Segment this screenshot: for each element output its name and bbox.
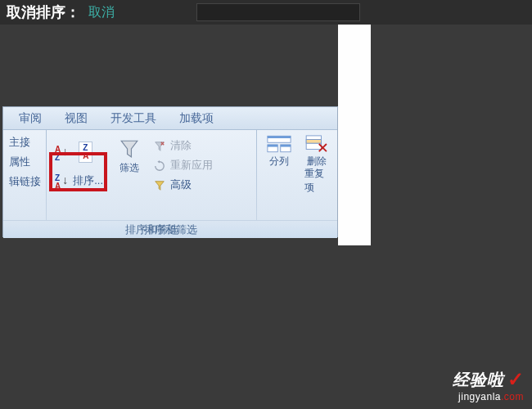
tab-addins[interactable]: 加载项 xyxy=(168,109,225,128)
watermark-brand: 经验啦 xyxy=(453,369,504,391)
tab-view[interactable]: 视图 xyxy=(53,109,99,128)
text-to-columns-label: 分列 xyxy=(269,155,289,169)
filter-label: 筛选 xyxy=(119,161,139,175)
sort-ascending-button[interactable]: A Z ↓ xyxy=(52,138,68,165)
advanced-filter-button[interactable]: 高级 xyxy=(151,176,215,194)
sort-descending-button[interactable]: Z A ↓ xyxy=(52,167,68,194)
ribbon: 审阅 视图 开发工具 加载项 主接 属性 辑链接 xyxy=(2,106,338,237)
remove-duplicates-label-2: 重复项 xyxy=(304,167,329,195)
tab-developer[interactable]: 开发工具 xyxy=(99,109,168,128)
svg-rect-9 xyxy=(306,140,321,144)
advanced-icon xyxy=(154,180,165,191)
sort-za-icon: Z A ↓ xyxy=(54,173,61,191)
watermark-url: jingyanla.com xyxy=(458,391,524,402)
sort-dialog-icon: Z A xyxy=(79,142,92,163)
group-sort-filter-label: 排序和筛选 xyxy=(47,222,256,238)
ribbon-body: 主接 属性 辑链接 A Z ↓ xyxy=(3,130,337,220)
columns-icon xyxy=(267,135,291,153)
ribbon-tabs: 审阅 视图 开发工具 加载项 xyxy=(3,107,337,130)
svg-rect-3 xyxy=(268,145,277,147)
group-sort-filter: A Z ↓ Z A xyxy=(47,130,256,220)
reapply-filter-button[interactable]: 重新应用 xyxy=(151,156,215,174)
watermark: 经验啦 ✓ jingyanla.com xyxy=(453,368,524,402)
svg-rect-1 xyxy=(268,136,291,138)
group-data-tools: 分列 删除 重复项 xyxy=(257,130,337,220)
connections-item-3[interactable]: 辑链接 xyxy=(7,173,43,191)
top-bar-partial-text: 取消排序： xyxy=(7,2,80,22)
search-input[interactable] xyxy=(196,3,360,21)
sort-label[interactable]: 排序... xyxy=(70,172,106,190)
svg-rect-5 xyxy=(281,145,291,147)
reapply-icon xyxy=(154,160,165,172)
clear-icon xyxy=(154,141,165,152)
remove-duplicates-icon xyxy=(304,135,329,153)
top-bar: 取消排序： 取消 xyxy=(0,0,532,25)
remove-duplicates-button[interactable]: 删除 重复项 xyxy=(300,133,334,196)
top-bar-teal-text: 取消 xyxy=(88,4,115,21)
filter-button[interactable]: 筛选 xyxy=(114,137,145,177)
funnel-icon xyxy=(119,138,140,160)
connections-item-2[interactable]: 属性 xyxy=(7,153,43,171)
watermark-check-icon: ✓ xyxy=(507,368,524,391)
sort-az-icon: A Z ↓ xyxy=(54,145,61,163)
white-vertical-strip xyxy=(338,25,371,245)
clear-filter-button[interactable]: 清除 xyxy=(151,137,215,155)
tab-review[interactable]: 审阅 xyxy=(7,109,53,128)
group-connections: 主接 属性 辑链接 xyxy=(3,130,46,220)
connections-item-1[interactable]: 主接 xyxy=(7,133,43,151)
sort-dialog-button[interactable]: Z A xyxy=(74,140,97,164)
text-to-columns-button[interactable]: 分列 xyxy=(262,133,296,170)
